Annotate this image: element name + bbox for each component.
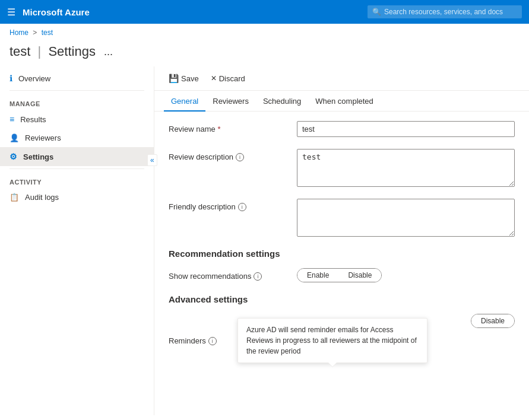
- review-description-textarea[interactable]: test: [297, 149, 515, 187]
- save-label: Save: [181, 74, 199, 83]
- search-input[interactable]: [368, 5, 522, 18]
- sidebar-item-overview[interactable]: ℹ Overview: [0, 69, 154, 88]
- review-name-input[interactable]: [297, 121, 515, 137]
- breadcrumb: Home > test: [0, 24, 529, 42]
- tab-reviewers[interactable]: Reviewers: [205, 91, 256, 112]
- required-star: *: [217, 125, 220, 133]
- friendly-description-row: Friendly description i: [169, 199, 515, 237]
- review-description-info-icon[interactable]: i: [236, 153, 244, 161]
- page-title-section: Settings: [48, 44, 96, 59]
- search-wrapper: 🔍: [368, 5, 522, 18]
- toolbar: 💾 Save ✕ Discard: [154, 66, 529, 91]
- friendly-description-info-icon[interactable]: i: [238, 203, 246, 211]
- sidebar-activity-section: Activity: [0, 171, 154, 188]
- advanced-disable-toggle: Disable: [471, 314, 515, 328]
- sidebar-item-settings[interactable]: ⚙ Settings: [0, 147, 154, 166]
- sidebar-audit-label: Audit logs: [25, 193, 59, 202]
- recommendations-disable-button[interactable]: Disable: [338, 269, 381, 282]
- sidebar-item-audit-logs[interactable]: 📋 Audit logs: [0, 188, 154, 206]
- tooltip-popup: Azure AD will send reminder emails for A…: [237, 318, 427, 363]
- hamburger-icon[interactable]: ☰: [7, 7, 15, 18]
- review-name-row: Review name *: [169, 121, 515, 137]
- discard-button[interactable]: ✕ Discard: [206, 72, 250, 85]
- tab-general[interactable]: General: [164, 91, 205, 112]
- breadcrumb-current[interactable]: test: [42, 28, 53, 37]
- breadcrumb-separator: >: [33, 28, 37, 37]
- sidebar-results-label: Results: [20, 115, 46, 124]
- recommendations-enable-button[interactable]: Enable: [297, 269, 338, 282]
- sidebar-item-reviewers[interactable]: 👤 Reviewers: [0, 129, 154, 147]
- page-title-name: test: [9, 44, 30, 59]
- ellipsis-button[interactable]: ...: [104, 46, 113, 58]
- sidebar: ℹ Overview Manage ≡ Results 👤 Reviewers …: [0, 66, 154, 415]
- tab-when-completed[interactable]: When completed: [308, 91, 381, 112]
- sidebar-divider-manage: [9, 90, 144, 91]
- main-layout: « ℹ Overview Manage ≡ Results 👤 Reviewer…: [0, 66, 529, 415]
- sidebar-overview-label: Overview: [18, 74, 50, 83]
- sidebar-item-results[interactable]: ≡ Results: [0, 110, 154, 129]
- friendly-description-textarea[interactable]: [297, 199, 515, 237]
- show-recommendations-toggle: Enable Disable: [297, 268, 382, 282]
- tooltip-text: Azure AD will send reminder emails for A…: [246, 326, 417, 355]
- topbar: ☰ Microsoft Azure 🔍: [0, 0, 529, 24]
- show-recommendations-row: Show recommendations i Enable Disable: [169, 268, 515, 282]
- info-icon: ℹ: [9, 74, 12, 83]
- form-content: Review name * Review description i test …: [154, 112, 529, 368]
- page-title: test | Settings: [9, 44, 96, 59]
- results-icon: ≡: [9, 114, 14, 124]
- review-name-label: Review name *: [169, 121, 287, 133]
- tab-scheduling[interactable]: Scheduling: [256, 91, 308, 112]
- advanced-settings-header: Advanced settings: [169, 294, 515, 304]
- recommendation-settings-header: Recommendation settings: [169, 249, 515, 259]
- review-description-row: Review description i test: [169, 149, 515, 187]
- page-title-separator: |: [38, 44, 42, 59]
- reminders-info-icon[interactable]: i: [208, 337, 217, 345]
- sidebar-manage-section: Manage: [0, 93, 154, 110]
- people-icon: 👤: [9, 133, 19, 142]
- tabs: General Reviewers Scheduling When comple…: [154, 91, 529, 112]
- sidebar-reviewers-label: Reviewers: [25, 133, 61, 142]
- discard-label: Discard: [219, 74, 245, 83]
- review-description-label: Review description i: [169, 149, 287, 161]
- breadcrumb-home[interactable]: Home: [9, 28, 28, 37]
- settings-icon: ⚙: [9, 152, 17, 161]
- show-recommendations-info-icon[interactable]: i: [254, 272, 262, 281]
- sidebar-divider-activity: [9, 168, 144, 169]
- show-recommendations-label: Show recommendations i: [169, 268, 287, 281]
- advanced-disable-button[interactable]: Disable: [471, 314, 514, 327]
- content-area: 💾 Save ✕ Discard General Reviewers Sched…: [154, 66, 529, 415]
- close-icon: ✕: [211, 74, 217, 82]
- app-title: Microsoft Azure: [23, 7, 360, 17]
- page-title-area: test | Settings ...: [0, 42, 529, 66]
- audit-icon: 📋: [9, 193, 19, 202]
- save-icon: 💾: [169, 74, 179, 83]
- friendly-description-label: Friendly description i: [169, 199, 287, 211]
- sidebar-settings-label: Settings: [23, 152, 53, 161]
- sidebar-collapse-button[interactable]: «: [147, 154, 157, 166]
- save-button[interactable]: 💾 Save: [164, 71, 204, 85]
